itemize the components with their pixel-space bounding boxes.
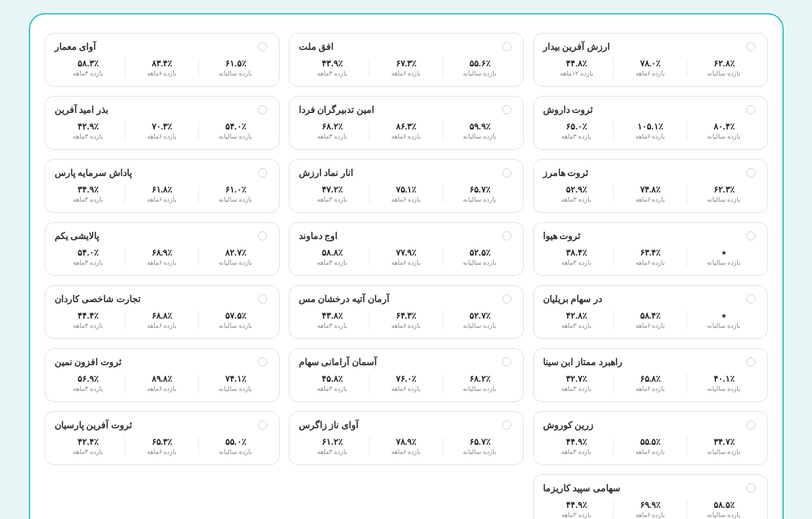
stat-divider	[442, 311, 443, 329]
card-servat-hamraz[interactable]: ثروت هامرز۶۲.۳٪بازده سالیانه۷۴.۸٪بازده ۶…	[533, 159, 768, 213]
radio-servat-hamraz[interactable]	[746, 168, 756, 177]
stat-divider	[442, 185, 443, 203]
cards-grid: ارزش آفرین بیدار۶۲.۸٪بازده سالیانه۷۸.۰٪ب…	[45, 33, 768, 519]
stat-divider	[369, 311, 370, 329]
radio-ofogh-mellat[interactable]	[502, 42, 511, 51]
radio-arzesh-afarin-bidar[interactable]	[746, 42, 756, 51]
radio-palayeshi-yekom[interactable]	[258, 231, 267, 240]
title-rahbord-momtaz: راهبرد ممتاز ابن سینا	[543, 357, 622, 367]
card-palayeshi-yekom[interactable]: پالایشی یکم۸۲.۷٪بازده سالیانه۶۸.۹٪بازده …	[45, 222, 280, 276]
title-servat-afzon-namin: ثروت افزون نمین	[54, 357, 122, 367]
stat-item: ۷۷.۹٪بازده ۶ماهه	[372, 248, 440, 266]
card-amin-modiran[interactable]: امین تدبیرگران فردا۵۹.۹٪بازده سالیانه۸۶.…	[289, 96, 524, 150]
card-arzesh-afarin-bidar[interactable]: ارزش آفرین بیدار۶۲.۸٪بازده سالیانه۷۸.۰٪ب…	[533, 33, 768, 87]
stat-value: ۵۵.۶٪	[469, 58, 490, 68]
stat-value: ۶۲.۳٪	[714, 185, 735, 194]
radio-tejarat-shakhsi[interactable]	[258, 294, 267, 304]
stats-aseman-aramani: ۶۸.۲٪بازده سالیانه۷۶.۰٪بازده ۶ماهه۴۵.۸٪ب…	[299, 374, 514, 392]
stats-servat-afarin-parsiyan: ۵۵.۰٪بازده سالیانه۶۵.۳٪بازده ۶ماهه۴۲.۴٪ب…	[54, 437, 270, 455]
radio-zarin-kourosh[interactable]	[746, 420, 756, 430]
radio-anar-namad[interactable]	[502, 168, 511, 177]
stat-item: ۶۱.۰٪بازده سالیانه	[202, 185, 269, 203]
stat-item: ۷۸.۰٪بازده ۶ماهه	[616, 58, 684, 77]
card-aseman-aramani[interactable]: آسمان آرامانی سهام۶۸.۲٪بازده سالیانه۷۶.۰…	[289, 348, 524, 402]
card-tejarat-shakhsi[interactable]: تجارت شاخصی کاردان۵۷.۵٪بازده سالیانه۶۸.۸…	[45, 285, 280, 339]
radio-servat-afzon-namin[interactable]	[258, 357, 267, 367]
stat-item: ۶۸.۸٪بازده ۶ماهه	[128, 311, 196, 329]
stat-label: بازده ۳ماهه	[561, 259, 591, 266]
radio-dar-sahm-brilyan[interactable]	[746, 294, 756, 304]
title-servat-afarin-parsiyan: ثروت آفرین پارسیان	[54, 420, 133, 430]
stat-item: ۴۲.۹٪بازده ۳ماهه	[54, 122, 122, 140]
card-servat-afzon-namin[interactable]: ثروت افزون نمین۷۴.۱٪بازده سالیانه۸۹.۸٪با…	[45, 348, 280, 402]
stat-label: بازده ۳ماهه	[561, 322, 591, 329]
stat-value: ۶۵.۰٪	[566, 122, 587, 131]
stat-divider	[613, 374, 614, 392]
stat-item: ۸۹.۸٪بازده ۶ماهه	[128, 374, 196, 392]
stat-item: ۶۵.۷٪بازده سالیانه	[446, 437, 513, 455]
stat-item: ۴۲.۴٪بازده ۳ماهه	[54, 437, 122, 455]
stat-label: بازده سالیانه	[707, 259, 740, 266]
radio-padash-sarmaye[interactable]	[258, 168, 267, 177]
radio-aseman-aramani[interactable]	[502, 357, 511, 367]
radio-servat-afarin-parsiyan[interactable]	[258, 420, 267, 430]
stat-label: بازده ۶ماهه	[635, 133, 666, 140]
stat-item: ۶۷.۳٪بازده ۶ماهه	[372, 58, 440, 77]
stat-divider	[369, 374, 370, 392]
stat-item: ۴۷.۲٪بازده ۳ماهه	[299, 185, 366, 203]
stat-label: بازده ۳ماهه	[317, 448, 347, 455]
stats-arzesh-afarin-bidar: ۶۲.۸٪بازده سالیانه۷۸.۰٪بازده ۶ماهه۴۴.۸٪ب…	[543, 58, 758, 77]
stats-anar-namad: ۶۵.۷٪بازده سالیانه۷۵.۱٪بازده ۶ماهه۴۷.۲٪ب…	[299, 185, 514, 203]
stat-value: ۵۸.۸٪	[322, 248, 343, 258]
radio-arman-atiye[interactable]	[502, 294, 511, 304]
card-ofogh-mellat[interactable]: افق ملت۵۵.۶٪بازده سالیانه۶۷.۳٪بازده ۶ماه…	[289, 33, 524, 87]
title-servat-hiva: ثروت هیوا	[543, 231, 581, 241]
radio-avay-memar[interactable]	[258, 42, 267, 51]
card-zarin-kourosh[interactable]: زرین کوروش۳۴.۷٪بازده سالیانه۵۵.۵٪بازده ۶…	[533, 411, 768, 465]
radio-servat-daroush[interactable]	[746, 105, 756, 114]
radio-avay-naz-zagros[interactable]	[502, 420, 511, 430]
stat-label: بازده ۳ماهه	[73, 259, 103, 266]
stat-label: بازده سالیانه	[463, 448, 496, 455]
radio-bazr-omid-afarin[interactable]	[258, 105, 267, 114]
stat-item: ۳۸.۴٪بازده ۳ماهه	[543, 248, 610, 266]
stat-label: بازده سالیانه	[219, 133, 252, 140]
card-servat-afarin-parsiyan[interactable]: ثروت آفرین پارسیان۵۵.۰٪بازده سالیانه۶۵.۳…	[45, 411, 280, 465]
radio-servat-hiva[interactable]	[746, 231, 756, 240]
stat-item: ۵۴.۰٪بازده ۳ماهه	[54, 248, 122, 266]
stat-label: بازده ۶ماهه	[391, 70, 421, 77]
stat-item: ۵۲.۷٪بازده سالیانه	[446, 311, 513, 329]
stat-label: بازده سالیانه	[707, 196, 740, 203]
card-arman-atiye[interactable]: آرمان آتیه درخشان مس۵۲.۷٪بازده سالیانه۶۴…	[289, 285, 524, 339]
card-servat-hiva[interactable]: ثروت هیوا٭بازده سالیانه۶۳.۴٪بازده ۶ماهه۳…	[533, 222, 768, 276]
card-ooj-damavand[interactable]: اوج دماوند۵۲.۵٪بازده سالیانه۷۷.۹٪بازده ۶…	[289, 222, 524, 276]
stat-label: بازده ۶ماهه	[147, 385, 177, 392]
radio-rahbord-momtaz[interactable]	[746, 357, 756, 367]
stat-item: ۵۸.۵٪بازده سالیانه	[690, 500, 758, 518]
card-sahami-sepid-karizma[interactable]: سهامی سپید کاریزما۵۸.۵٪بازده سالیانه۶۹.۹…	[533, 474, 768, 519]
stat-value: ۵۵.۵٪	[640, 437, 661, 447]
stat-divider	[687, 185, 687, 203]
radio-ooj-damavand[interactable]	[502, 231, 511, 240]
radio-sahami-sepid-karizma[interactable]	[746, 484, 756, 493]
radio-amin-modiran[interactable]	[502, 105, 511, 114]
stat-label: بازده ۶ماهه	[147, 196, 177, 203]
card-rahbord-momtaz[interactable]: راهبرد ممتاز ابن سینا۴۰.۱٪بازده سالیانه۶…	[533, 348, 768, 402]
card-servat-daroush[interactable]: ثروت داروش۸۰.۴٪بازده سالیانه۱۰۵.۱٪بازده …	[533, 96, 768, 150]
stat-value: ۴۳.۸٪	[322, 311, 343, 321]
stat-label: بازده ۳ماهه	[73, 196, 103, 203]
stat-item: ۷۴.۱٪بازده سالیانه	[202, 374, 269, 392]
stat-value: ۸۶.۳٪	[396, 122, 417, 131]
card-bazr-omid-afarin[interactable]: بذر امید آفرین۵۴.۰٪بازده سالیانه۷۰.۳٪باز…	[45, 96, 280, 150]
card-dar-sahm-brilyan[interactable]: در سهام بریلیان٭بازده سالیانه۵۸.۴٪بازده …	[533, 285, 768, 339]
card-anar-namad[interactable]: انار نماد ارزش۶۵.۷٪بازده سالیانه۷۵.۱٪باز…	[289, 159, 524, 213]
stat-item: ۶۸.۲٪بازده سالیانه	[446, 374, 513, 392]
card-padash-sarmaye[interactable]: پاداش سرمایه پارس۶۱.۰٪بازده سالیانه۶۱.۸٪…	[45, 159, 280, 213]
stat-item: ۵۲.۵٪بازده سالیانه	[446, 248, 513, 266]
stat-item: ۶۵.۸٪بازده ۶ماهه	[616, 374, 684, 392]
card-avay-naz-zagros[interactable]: آوای ناز زاگرس۶۵.۷٪بازده سالیانه۷۸.۹٪باز…	[289, 411, 524, 465]
stat-divider	[613, 500, 614, 518]
stat-divider	[198, 437, 199, 455]
stat-value: ۶۸.۲٪	[469, 374, 490, 384]
card-avay-memar[interactable]: آوای معمار۶۱.۵٪بازده سالیانه۸۳.۴٪بازده ۶…	[45, 33, 280, 87]
